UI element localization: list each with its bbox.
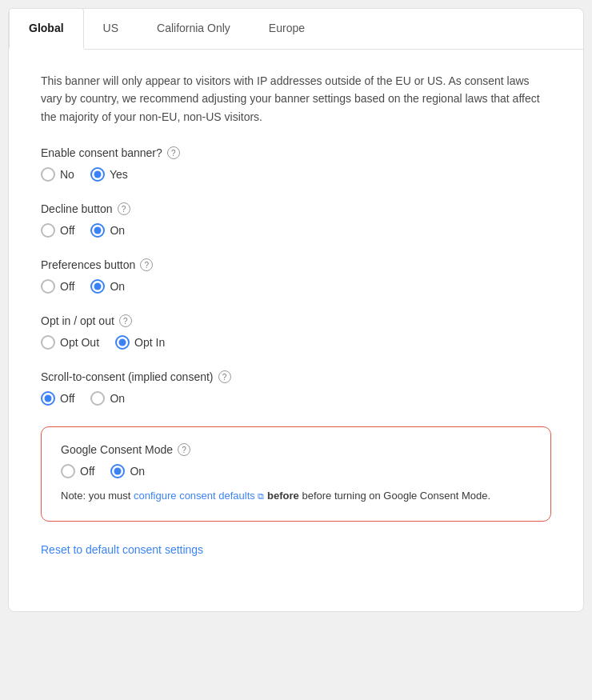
settings-card: Global US California Only Europe This ba… [8, 8, 584, 612]
scroll-off-radio[interactable] [41, 391, 55, 406]
preferences-button-radio-group: Off On [41, 279, 551, 294]
gcm-radio-group: Off On [61, 464, 531, 478]
gcm-box: Google Consent Mode ? Off On Note: you m… [41, 426, 551, 522]
gcm-configure-link[interactable]: configure consent defaults ⧉ [134, 490, 264, 502]
enable-consent-no-option[interactable]: No [41, 167, 74, 182]
opt-in-radio[interactable] [115, 335, 130, 350]
preferences-off-label: Off [60, 280, 74, 293]
tab-global[interactable]: Global [9, 8, 84, 50]
opt-out-option[interactable]: Opt Out [41, 335, 99, 350]
gcm-off-radio[interactable] [61, 464, 75, 478]
opt-in-out-section: Opt in / opt out ? Opt Out Opt In [41, 314, 551, 350]
reset-link[interactable]: Reset to default consent settings [41, 543, 203, 556]
enable-consent-help-icon[interactable]: ? [167, 146, 180, 159]
opt-in-option[interactable]: Opt In [115, 335, 165, 350]
tab-bar: Global US California Only Europe [9, 9, 583, 50]
gcm-note: Note: you must configure consent default… [61, 488, 531, 505]
gcm-note-suffix: before turning on Google Consent Mode. [299, 490, 490, 502]
scroll-to-consent-label: Scroll-to-consent (implied consent) ? [41, 370, 551, 383]
scroll-to-consent-section: Scroll-to-consent (implied consent) ? Of… [41, 370, 551, 406]
enable-consent-no-label: No [60, 168, 74, 181]
decline-on-radio[interactable] [90, 223, 105, 238]
scroll-to-consent-radio-group: Off On [41, 391, 551, 406]
enable-consent-label: Enable consent banner? ? [41, 146, 551, 159]
external-link-icon: ⧉ [258, 491, 264, 501]
opt-out-radio[interactable] [41, 335, 55, 350]
opt-in-out-help-icon[interactable]: ? [119, 314, 132, 327]
gcm-off-label: Off [80, 465, 94, 478]
scroll-on-label: On [110, 392, 125, 405]
tab-california[interactable]: California Only [138, 9, 250, 50]
decline-button-section: Decline button ? Off On [41, 202, 551, 238]
gcm-note-bold: before [267, 490, 299, 502]
gcm-on-option[interactable]: On [110, 464, 145, 478]
preferences-button-section: Preferences button ? Off On [41, 258, 551, 294]
decline-on-option[interactable]: On [90, 223, 125, 238]
gcm-on-label: On [130, 465, 145, 478]
decline-button-label: Decline button ? [41, 202, 551, 215]
opt-in-out-radio-group: Opt Out Opt In [41, 335, 551, 350]
scroll-off-label: Off [60, 392, 74, 405]
decline-button-help-icon[interactable]: ? [118, 202, 130, 215]
enable-consent-yes-label: Yes [110, 168, 128, 181]
preferences-on-label: On [110, 280, 125, 293]
opt-out-label: Opt Out [60, 336, 99, 349]
scroll-to-consent-help-icon[interactable]: ? [218, 370, 231, 383]
decline-off-radio[interactable] [41, 223, 55, 238]
preferences-off-radio[interactable] [41, 279, 55, 294]
gcm-off-option[interactable]: Off [61, 464, 94, 478]
preferences-button-label: Preferences button ? [41, 258, 551, 271]
preferences-off-option[interactable]: Off [41, 279, 74, 294]
preferences-on-option[interactable]: On [90, 279, 125, 294]
preferences-on-radio[interactable] [90, 279, 105, 294]
gcm-help-icon[interactable]: ? [178, 443, 190, 456]
enable-consent-section: Enable consent banner? ? No Yes [41, 146, 551, 182]
enable-consent-radio-group: No Yes [41, 167, 551, 182]
decline-button-radio-group: Off On [41, 223, 551, 238]
tab-content: This banner will only appear to visitors… [9, 50, 583, 579]
enable-consent-yes-option[interactable]: Yes [90, 167, 128, 182]
enable-consent-no-radio[interactable] [41, 167, 55, 182]
opt-in-label: Opt In [134, 336, 165, 349]
scroll-off-option[interactable]: Off [41, 391, 74, 406]
gcm-label: Google Consent Mode ? [61, 443, 531, 456]
decline-off-option[interactable]: Off [41, 223, 74, 238]
preferences-button-help-icon[interactable]: ? [140, 258, 153, 271]
gcm-note-prefix: Note: you must [61, 490, 134, 502]
decline-on-label: On [110, 224, 125, 237]
tab-europe[interactable]: Europe [250, 9, 324, 50]
scroll-on-option[interactable]: On [90, 391, 125, 406]
description-text: This banner will only appear to visitors… [41, 72, 551, 126]
opt-in-out-label: Opt in / opt out ? [41, 314, 551, 327]
gcm-on-radio[interactable] [110, 464, 125, 478]
scroll-on-radio[interactable] [90, 391, 105, 406]
enable-consent-yes-radio[interactable] [90, 167, 105, 182]
tab-us[interactable]: US [84, 9, 138, 50]
decline-off-label: Off [60, 224, 74, 237]
